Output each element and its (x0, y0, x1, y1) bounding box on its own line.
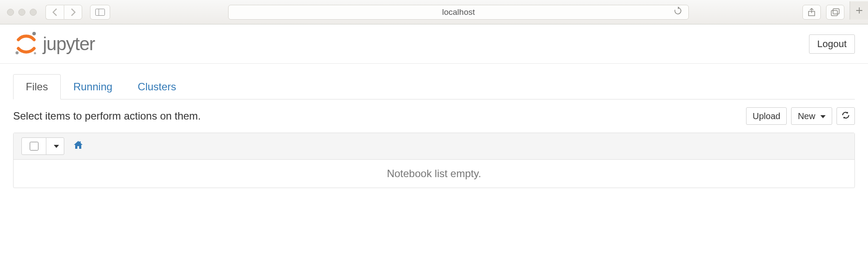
select-all-checkbox[interactable] (30, 142, 38, 151)
select-all-checkbox-cell[interactable] (22, 138, 46, 154)
sidebar-toggle-button[interactable] (90, 5, 110, 20)
chevron-down-icon (54, 145, 59, 148)
svg-point-5 (32, 32, 36, 35)
new-dropdown-button[interactable]: New (791, 107, 832, 125)
svg-point-6 (16, 51, 19, 54)
jupyter-logo-icon (13, 31, 39, 57)
nav-buttons (45, 5, 82, 20)
select-all-group (21, 137, 64, 155)
tab-clusters[interactable]: Clusters (125, 74, 189, 99)
share-button[interactable] (802, 5, 821, 20)
jupyter-header: jupyter Logout (0, 24, 868, 64)
svg-rect-8 (80, 141, 81, 144)
refresh-icon (841, 111, 850, 120)
svg-point-7 (34, 52, 36, 54)
logout-button[interactable]: Logout (809, 34, 855, 54)
url-bar[interactable]: localhost (228, 5, 689, 20)
url-text: localhost (442, 7, 475, 17)
back-button[interactable] (45, 5, 64, 20)
browser-toolbar: localhost (0, 0, 868, 24)
forward-button[interactable] (64, 5, 82, 20)
svg-rect-0 (96, 9, 105, 15)
window-controls (7, 9, 37, 16)
window-close-icon[interactable] (7, 9, 14, 16)
action-buttons: Upload New (746, 107, 855, 125)
file-list: Notebook list empty. (13, 133, 855, 188)
chevron-down-icon (820, 115, 826, 118)
new-tab-button[interactable] (850, 1, 868, 20)
refresh-button[interactable] (837, 107, 855, 125)
empty-message: Notebook list empty. (14, 160, 854, 188)
svg-rect-4 (833, 9, 839, 14)
upload-button[interactable]: Upload (746, 107, 787, 125)
tab-row: Files Running Clusters (13, 74, 855, 99)
home-icon (73, 140, 83, 150)
tab-files[interactable]: Files (13, 74, 61, 99)
jupyter-logo-text: jupyter (43, 34, 95, 55)
breadcrumb-home[interactable] (73, 140, 83, 152)
tabs-button[interactable] (826, 5, 844, 20)
new-label: New (798, 111, 815, 121)
main-content: Files Running Clusters Select items to p… (0, 74, 868, 188)
svg-rect-3 (831, 10, 837, 16)
tab-running[interactable]: Running (61, 74, 125, 99)
action-row: Select items to perform actions on them.… (13, 99, 855, 133)
jupyter-logo[interactable]: jupyter (13, 31, 95, 57)
window-maximize-icon[interactable] (30, 9, 37, 16)
browser-right-tools (802, 5, 861, 20)
reload-icon[interactable] (674, 7, 682, 17)
select-caret-button[interactable] (46, 138, 64, 154)
action-hint: Select items to perform actions on them. (13, 110, 201, 122)
list-header (14, 133, 854, 160)
window-minimize-icon[interactable] (18, 9, 25, 16)
